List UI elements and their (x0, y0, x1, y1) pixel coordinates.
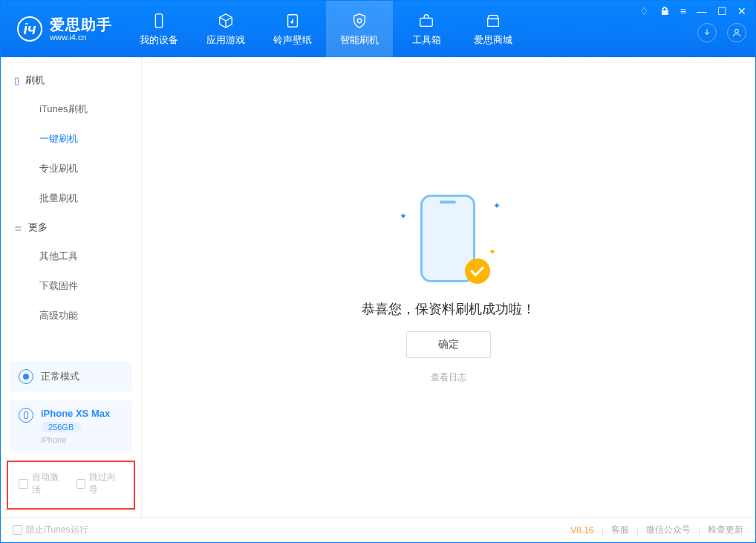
shirt-icon[interactable]: ♢ (639, 5, 649, 17)
menu-icon[interactable]: ≡ (680, 5, 686, 17)
close-icon[interactable]: ✕ (737, 5, 746, 17)
body: ▯ 刷机 iTunes刷机 一键刷机 专业刷机 批量刷机 ≣ 更多 其他工具 下… (1, 57, 755, 517)
store-icon (483, 11, 503, 30)
maximize-icon[interactable]: ☐ (717, 5, 727, 17)
sidebar-item-oneclick-flash[interactable]: 一键刷机 (1, 124, 141, 154)
sparkle-icon: ✦ (493, 201, 501, 211)
tab-smart-flash[interactable]: 智能刷机 (326, 1, 393, 57)
user-button[interactable] (727, 23, 746, 42)
sidebar-section-flash: ▯ 刷机 (1, 66, 141, 94)
list-icon: ≣ (14, 222, 22, 233)
view-log-link[interactable]: 查看日志 (431, 371, 466, 384)
sidebar-item-itunes-flash[interactable]: iTunes刷机 (1, 94, 141, 124)
success-message: 恭喜您，保资料刷机成功啦！ (362, 300, 535, 318)
checkbox-skip-wizard[interactable]: 跳过向导 (76, 471, 124, 496)
sidebar-item-pro-flash[interactable]: 专业刷机 (1, 154, 141, 183)
statusbar: 阻止iTunes运行 V8.16 | 客服 | 微信公众号 | 检查更新 (1, 517, 755, 542)
version-label: V8.16 (570, 525, 593, 536)
main-content: ✦ ✦ ✦ 恭喜您，保资料刷机成功啦！ 确定 查看日志 (142, 57, 755, 517)
device-card[interactable]: iPhone XS Max 256GB iPhone (10, 400, 132, 452)
sparkle-icon: ✦ (400, 211, 407, 221)
svg-rect-0 (155, 14, 162, 27)
checkbox-icon (19, 479, 28, 489)
mode-icon (19, 369, 33, 384)
sidebar-item-other-tools[interactable]: 其他工具 (1, 241, 141, 271)
device-phone-icon (19, 408, 33, 423)
footer-link-wechat[interactable]: 微信公众号 (646, 524, 691, 536)
tab-toolbox[interactable]: 工具箱 (393, 1, 460, 57)
tab-store[interactable]: 爱思商城 (460, 1, 527, 57)
footer-link-support[interactable]: 客服 (611, 524, 629, 536)
svg-rect-2 (420, 18, 433, 26)
music-file-icon (283, 11, 302, 30)
highlighted-options: 自动激活 跳过向导 (7, 461, 135, 510)
sidebar: ▯ 刷机 iTunes刷机 一键刷机 专业刷机 批量刷机 ≣ 更多 其他工具 下… (1, 57, 142, 517)
titlebar: iч 爱思助手 www.i4.cn 我的设备 应用游戏 铃声壁纸 智能刷机 (1, 1, 755, 57)
device-type: iPhone (41, 435, 110, 444)
device-storage-badge: 256GB (41, 422, 81, 432)
toolbox-icon (417, 11, 436, 30)
download-button[interactable] (697, 23, 717, 42)
tab-apps-games[interactable]: 应用游戏 (192, 1, 259, 57)
tab-ringtones-wallpapers[interactable]: 铃声壁纸 (259, 1, 326, 57)
device-name: iPhone XS Max (41, 408, 110, 419)
app-window: iч 爱思助手 www.i4.cn 我的设备 应用游戏 铃声壁纸 智能刷机 (0, 0, 756, 543)
checkbox-block-itunes[interactable]: 阻止iTunes运行 (13, 524, 88, 536)
sidebar-section-more: ≣ 更多 (1, 213, 141, 241)
success-illustration: ✦ ✦ ✦ (404, 190, 493, 287)
mode-label: 正常模式 (41, 370, 79, 383)
shield-refresh-icon (350, 11, 369, 30)
app-logo: iч 爱思助手 www.i4.cn (1, 1, 126, 57)
checkmark-badge-icon (465, 259, 490, 284)
checkbox-icon (76, 479, 86, 489)
device-icon (149, 11, 169, 30)
checkbox-auto-activate[interactable]: 自动激活 (19, 471, 66, 496)
app-title: 爱思助手 (50, 16, 112, 33)
sidebar-item-batch-flash[interactable]: 批量刷机 (1, 183, 141, 213)
lock-icon[interactable]: 🔒︎ (659, 5, 670, 17)
tab-my-device[interactable]: 我的设备 (126, 1, 192, 57)
header-tabs: 我的设备 应用游戏 铃声壁纸 智能刷机 工具箱 爱思商城 (126, 1, 527, 57)
svg-point-3 (735, 29, 739, 33)
minimize-icon[interactable]: — (697, 5, 707, 17)
cube-icon (216, 11, 235, 30)
footer-link-update[interactable]: 检查更新 (708, 524, 743, 536)
sparkle-icon: ✦ (489, 247, 496, 257)
app-subtitle: www.i4.cn (50, 33, 112, 42)
phone-icon: ▯ (14, 75, 19, 86)
mode-card[interactable]: 正常模式 (10, 362, 132, 391)
ok-button[interactable]: 确定 (406, 331, 491, 358)
sidebar-nav: ▯ 刷机 iTunes刷机 一键刷机 专业刷机 批量刷机 ≣ 更多 其他工具 下… (1, 57, 141, 357)
sidebar-item-download-firmware[interactable]: 下载固件 (1, 271, 141, 301)
sidebar-item-advanced[interactable]: 高级功能 (1, 301, 141, 331)
window-controls: ♢ 🔒︎ ≡ — ☐ ✕ (639, 1, 755, 57)
checkbox-icon (13, 525, 22, 535)
logo-icon: iч (17, 16, 42, 42)
